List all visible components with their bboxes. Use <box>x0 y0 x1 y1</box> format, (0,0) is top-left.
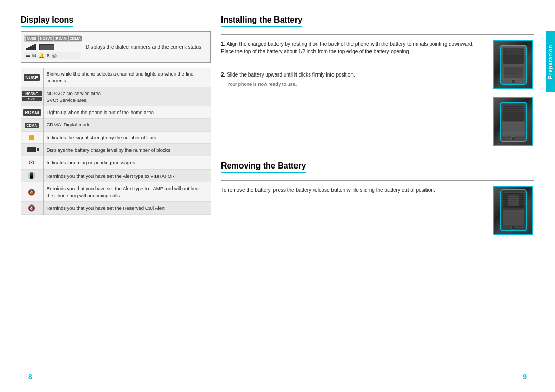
icon-cell-nosvc: NOSVC SVC <box>21 87 43 106</box>
label-nuse: NUSE <box>26 36 38 41</box>
step-2-text: Slide the battery upward until it clicks… <box>227 72 355 78</box>
svg-rect-17 <box>508 195 519 206</box>
desc-roam: Lights up when the phone is out of the h… <box>43 106 211 119</box>
step-note: Your phone is now ready to use. <box>227 81 487 88</box>
icon-x-screen: ✕ <box>46 53 50 58</box>
desc-nuse: Blinks while the phone selects a channel… <box>43 68 211 87</box>
bar2 <box>28 47 30 50</box>
cdma-icon: CDMA <box>25 123 39 128</box>
install-text: 1. Align the charged battery by resting … <box>221 40 487 146</box>
icon-envelope-screen: ✉ <box>32 53 36 58</box>
page-number-right: 9 <box>523 372 527 381</box>
svg-rect-15 <box>503 210 524 225</box>
remove-text-block: To remove the battery, press the battery… <box>221 186 487 235</box>
nosvc-icon: NOSVC <box>22 91 42 96</box>
icon-cell-battery <box>21 144 43 156</box>
install-content: 1. Align the charged battery by resting … <box>221 40 534 146</box>
phone-svg-3 <box>498 189 529 232</box>
lamp-icon: 🔕 <box>28 189 35 196</box>
icon-cell-reserved: 🔇 <box>21 201 43 214</box>
icon-battery-screen: ▬ <box>26 53 30 58</box>
screen-number-area <box>39 44 54 50</box>
bar4 <box>32 45 34 50</box>
table-row: 📶 Indicates the signal strength by the n… <box>21 131 211 143</box>
signal-icon: 📶 <box>29 135 34 140</box>
desc-signal: Indicates the signal strength by the num… <box>43 131 211 143</box>
icon-cell-lamp: 🔕 <box>21 182 43 202</box>
table-row: 📳 Reminds you that you have set the Aler… <box>21 170 211 182</box>
phone-screen: NUSE NOSVC ROAM CDMA <box>24 35 81 59</box>
desc-envelope: Indicates incoming or pending messages <box>43 156 211 170</box>
label-nosvc: NOSVC <box>39 36 53 41</box>
signal-area <box>24 43 81 52</box>
label-cdma: CDMA <box>69 36 82 41</box>
phone-photo-2 <box>493 97 533 146</box>
desc-cdma: CDMA: Digital mode <box>43 119 211 131</box>
roam-icon: ROAM <box>23 109 41 116</box>
step-1-text: Align the charged battery by resting it … <box>221 41 473 54</box>
remove-content: To remove the battery, press the battery… <box>221 186 534 235</box>
svg-rect-2 <box>504 67 523 78</box>
install-divider <box>221 34 534 35</box>
reserved-icon: 🔇 <box>28 204 35 212</box>
phone-image-remove <box>493 186 534 235</box>
battery-icon <box>27 147 36 152</box>
svg-rect-7 <box>501 102 526 141</box>
table-row: 🔇 Reminds you that you have set the Rese… <box>21 201 211 214</box>
desc-lamp: Reminds you that you have set the Alert … <box>43 182 211 202</box>
table-row: ROAM Lights up when the phone is out of … <box>21 106 211 119</box>
step-1: 1. Align the charged battery by resting … <box>221 40 487 55</box>
display-icons-title: Display Icons <box>21 15 73 27</box>
svg-rect-9 <box>502 122 525 136</box>
svg-rect-1 <box>503 48 524 64</box>
desc-vibrator: Reminds you that you have set the Alert … <box>43 170 211 182</box>
desc-reserved: Reminds you that you have set the Reserv… <box>43 201 211 214</box>
remove-title: Removing the Battery <box>221 161 306 173</box>
table-row: CDMA CDMA: Digital mode <box>21 119 211 131</box>
desc-battery: Displays the battery charge level by the… <box>43 144 211 156</box>
icon-cell-cdma: CDMA <box>21 119 43 131</box>
svg-rect-0 <box>501 45 526 84</box>
nuse-icon: NUSE <box>24 74 40 81</box>
icon-cell-signal: 📶 <box>21 131 43 143</box>
svg-point-10 <box>511 136 515 140</box>
install-section: Installing the Battery 1. Align the char… <box>221 15 534 146</box>
svg-rect-14 <box>503 193 524 208</box>
desc-nosvc: NOSVC: No service areaSVC: Service area <box>43 87 211 106</box>
side-tab-label: Preparation <box>548 45 553 79</box>
table-row: 🔕 Reminds you that you have set the Aler… <box>21 182 211 202</box>
page-number-left: 8 <box>28 372 32 381</box>
svc-icon: SVC <box>22 97 42 101</box>
right-column: Installing the Battery 1. Align the char… <box>221 15 534 382</box>
screen-icons-row: ▬ ✉ 🔔 ✕ ◎ <box>24 52 81 59</box>
icon-cell-envelope: ✉ <box>21 156 43 170</box>
remove-text: To remove the battery, press the battery… <box>221 186 487 194</box>
svg-rect-13 <box>501 190 526 231</box>
remove-section: Removing the Battery To remove the batte… <box>221 161 534 235</box>
remove-divider <box>221 180 534 181</box>
table-row: NOSVC SVC NOSVC: No service areaSVC: Ser… <box>21 87 211 106</box>
side-tab: Preparation <box>546 31 555 92</box>
phone-photo-1 <box>493 40 533 89</box>
table-row: ✉ Indicates incoming or pending messages <box>21 156 211 170</box>
left-column: Display Icons NUSE NOSVC ROAM CDMA <box>21 15 211 382</box>
phone-desc: Displays the dialed numbers and the curr… <box>86 44 201 51</box>
svg-point-3 <box>511 79 515 83</box>
label-roam: ROAM <box>54 36 67 41</box>
icon-table: NUSE Blinks while the phone selects a ch… <box>21 68 211 215</box>
svg-rect-8 <box>503 105 524 121</box>
phone-svg-2 <box>498 101 529 142</box>
vibrator-icon: 📳 <box>28 172 35 179</box>
phone-images-install <box>493 40 534 146</box>
signal-bars <box>26 44 36 50</box>
bar5 <box>34 44 36 50</box>
envelope-icon: ✉ <box>29 159 34 166</box>
step-1-num: 1. <box>221 41 225 47</box>
step-2-num: 2. <box>221 72 225 78</box>
phone-screen-box: NUSE NOSVC ROAM CDMA <box>21 31 211 63</box>
icon-cell-roam: ROAM <box>21 106 43 119</box>
bar3 <box>30 46 32 50</box>
icon-circle-screen: ◎ <box>52 53 57 58</box>
install-title: Installing the Battery <box>221 15 302 27</box>
icon-cell-vibrator: 📳 <box>21 170 43 182</box>
